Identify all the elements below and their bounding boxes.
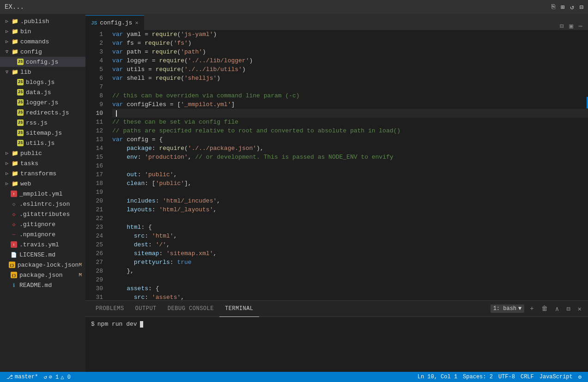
sidebar-item-package-lock[interactable]: {}package-lock.jsonM <box>0 260 85 270</box>
sidebar-item-tasks[interactable]: ▷📁tasks <box>0 158 85 168</box>
sidebar-item-bin[interactable]: ▷📁bin <box>0 26 85 36</box>
panel-tabs: PROBLEMS OUTPUT DEBUG CONSOLE TERMINAL 1… <box>85 301 588 317</box>
line-number: 23 <box>95 223 103 232</box>
folder-icon: 📁 <box>11 48 18 55</box>
sidebar-item-gitignore[interactable]: ◇.gitignore <box>0 219 85 229</box>
sync-status[interactable]: ↺ ⊘ 1 △ 0 <box>41 372 73 382</box>
sidebar-item-blogs-js[interactable]: JSblogs.js <box>0 77 85 87</box>
line-number: 1 <box>95 30 103 39</box>
tab-problems[interactable]: PROBLEMS <box>90 301 130 317</box>
tab-debug-console[interactable]: DEBUG CONSOLE <box>162 301 219 317</box>
tab-terminal[interactable]: TERMINAL <box>219 301 259 317</box>
sidebar-item-label: LICENSE.md <box>19 251 55 258</box>
code-line: env: 'production', // or development. Th… <box>112 153 588 161</box>
js-icon: JS <box>17 89 24 96</box>
sidebar-item-label: config <box>20 48 42 55</box>
line-number: 3 <box>95 48 103 56</box>
sidebar-item-redirects-js[interactable]: JSredirects.js <box>0 107 85 118</box>
sidebar-item-label: package-lock.json <box>18 262 79 269</box>
scroll-up-icon[interactable]: ∧ <box>553 304 561 314</box>
sidebar-item-license[interactable]: 📄LICENSE.md <box>0 250 85 260</box>
sidebar-item-rss-js[interactable]: JSrss.js <box>0 118 85 128</box>
split-terminal-icon[interactable]: ⊟ <box>564 304 572 314</box>
sidebar-item-travis-yaml[interactable]: !.travis.yml <box>0 239 85 250</box>
explorer-icon: EX... <box>5 3 24 11</box>
close-panel-icon[interactable]: ✕ <box>576 304 583 314</box>
panel-controls: 1: bash ▼ + 🗑 ∧ ⊟ ✕ <box>491 304 583 314</box>
sidebar-item-lib[interactable]: ▽📁lib <box>0 67 85 77</box>
folder-arrow-icon: ▽ <box>4 48 10 55</box>
tab-output[interactable]: OUTPUT <box>130 301 162 317</box>
folder-arrow-icon: ▷ <box>4 180 10 187</box>
code-line <box>112 214 588 223</box>
code-line: var utils = require('./../lib/utils') <box>112 65 588 74</box>
tab-config-js[interactable]: JS config.js ✕ <box>85 15 144 30</box>
spaces-status[interactable]: Spaces: 2 <box>460 374 496 380</box>
eslint-icon: ◇ <box>10 200 18 208</box>
bash-selector[interactable]: 1: bash ▼ <box>491 304 525 313</box>
trash-icon[interactable]: 🗑 <box>540 304 550 313</box>
language-status[interactable]: JavaScript <box>537 374 576 380</box>
line-number: 11 <box>95 118 103 126</box>
sidebar-item-npmignore[interactable]: —.npmignore <box>0 229 85 239</box>
code-line: // paths are specified relative to root … <box>112 126 588 135</box>
sidebar-item-config-js[interactable]: JSconfig.js <box>0 57 85 67</box>
sidebar-item-mmpilot-yaml[interactable]: !_mmpilot.yml <box>0 189 85 199</box>
collapse-icon[interactable]: ⊟ <box>580 3 583 11</box>
sidebar-item-gitattributes[interactable]: ◇.gitattributes <box>0 209 85 219</box>
sidebar-item-label: .gitattributes <box>19 211 70 218</box>
add-terminal-icon[interactable]: + <box>528 304 535 313</box>
new-file-icon[interactable]: ⎘ <box>552 3 555 11</box>
git-branch-label: master* <box>15 374 38 380</box>
code-line <box>112 188 588 197</box>
js-icon: JS <box>17 99 24 106</box>
sidebar-item-label: rss.js <box>26 119 48 126</box>
code-line: layouts: 'html/_layouts', <box>112 205 588 214</box>
code-line <box>112 275 588 284</box>
modified-badge: M <box>79 272 82 278</box>
sidebar-item-logger-js[interactable]: JSlogger.js <box>0 97 85 107</box>
sidebar-item-data-js[interactable]: JSdata.js <box>0 87 85 97</box>
sidebar-item-commands[interactable]: ▷📁commands <box>0 36 85 47</box>
sidebar-item-web[interactable]: ▷📁web <box>0 179 85 189</box>
sidebar-item-label: utils.js <box>26 140 55 147</box>
code-line: includes: 'html/_incudes', <box>112 197 588 205</box>
terminal-command: npm run dev <box>97 321 137 328</box>
ln-col-status[interactable]: Ln 10, Col 1 <box>415 374 460 380</box>
code-line <box>112 161 588 170</box>
sidebar-item-label: _mmpilot.yml <box>19 191 63 197</box>
sidebar-item-label: tasks <box>20 160 38 167</box>
layout-icon[interactable]: ▣ <box>569 22 573 30</box>
line-ending-status[interactable]: CRLF <box>518 374 537 380</box>
line-number: 24 <box>95 232 103 240</box>
sidebar-item-package-json[interactable]: {}package.jsonM <box>0 270 85 280</box>
title-bar: EX... ⎘ ⊞ ↺ ⊟ <box>0 0 588 14</box>
sidebar-item-public[interactable]: ▷📁public <box>0 148 85 158</box>
sidebar-item-transforms[interactable]: ▷📁transforms <box>0 168 85 179</box>
modified-badge: M <box>79 262 82 268</box>
yaml-icon: ! <box>10 190 18 197</box>
folder-icon: 📁 <box>11 18 18 25</box>
sidebar-item-readme[interactable]: ℹREADME.md <box>0 280 85 290</box>
settings-icon[interactable]: ⚙ <box>576 374 584 381</box>
tab-close-button[interactable]: ✕ <box>135 19 138 26</box>
sidebar-item-publish[interactable]: ▷📁.publish <box>0 16 85 26</box>
sidebar-item-label: package.json <box>19 272 63 279</box>
code-line: assets: { <box>112 284 588 293</box>
sidebar-item-utils-js[interactable]: JSutils.js <box>0 138 85 148</box>
encoding-status[interactable]: UTF-8 <box>496 374 518 380</box>
split-editor-icon[interactable]: ⊟ <box>560 22 564 30</box>
code-editor[interactable]: 1234567891011121314151617181920212223242… <box>85 30 588 300</box>
line-number: 25 <box>95 240 103 249</box>
refresh-icon[interactable]: ↺ <box>570 3 574 11</box>
more-icon[interactable]: ⋯ <box>579 22 582 30</box>
code-line: var configFiles = ['_mmpilot.yml'] <box>112 100 588 109</box>
sidebar-item-eslintrc[interactable]: ◇.eslintrc.json <box>0 199 85 209</box>
terminal-content[interactable]: $ npm run dev <box>85 317 588 372</box>
code-line: package: require('./../package.json'), <box>112 144 588 153</box>
sidebar-item-sitemap-js[interactable]: JSsitemap.js <box>0 128 85 138</box>
new-folder-icon[interactable]: ⊞ <box>561 3 564 11</box>
status-right: Ln 10, Col 1 Spaces: 2 UTF-8 CRLF JavaSc… <box>415 374 584 381</box>
git-branch-status[interactable]: ⎇ master* <box>4 372 41 382</box>
sidebar-item-config[interactable]: ▽📁config <box>0 47 85 57</box>
